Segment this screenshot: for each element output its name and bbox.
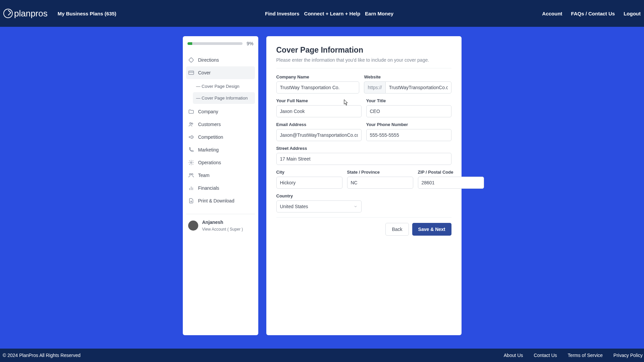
nav-customers[interactable]: Customers	[186, 118, 255, 131]
team-icon	[188, 172, 194, 178]
nav-competition[interactable]: Competition	[186, 131, 255, 143]
title-label: Your Title	[366, 98, 451, 103]
sub-cover-info[interactable]: — Cover Page Information	[193, 92, 255, 104]
back-button[interactable]: Back	[385, 223, 409, 236]
svg-rect-1	[189, 71, 194, 75]
cover-subnav: — Cover Page Design — Cover Page Informa…	[186, 80, 255, 104]
card-icon	[188, 70, 194, 76]
nav-label: Team	[198, 173, 210, 178]
fullname-label: Your Full Name	[276, 98, 362, 103]
faqs-link[interactable]: FAQs / Contact Us	[571, 11, 615, 16]
nav-company[interactable]: Company	[186, 105, 255, 118]
sub-cover-design[interactable]: — Cover Page Design	[193, 80, 255, 92]
title-input[interactable]	[366, 105, 451, 117]
city-label: City	[276, 170, 342, 175]
zip-input[interactable]	[418, 177, 484, 189]
nav-label: Competition	[198, 134, 223, 140]
main: 9% Directions Cover — Cover Page Design …	[0, 27, 644, 349]
svg-point-4	[192, 123, 193, 124]
progress-text: 9%	[247, 41, 253, 46]
user-name: Anjanesh	[202, 220, 243, 225]
website-label: Website	[364, 74, 451, 79]
svg-point-9	[189, 174, 191, 175]
nav-label: Financials	[198, 185, 219, 191]
copyright: © 2024 PlanPros All Rights Reserved	[3, 353, 80, 358]
zip-label: ZIP / Postal Code	[418, 170, 484, 175]
header-right: Account FAQs / Contact Us Logout	[542, 11, 641, 16]
brand-text: planpros	[14, 8, 48, 19]
nav-label: Cover	[198, 70, 211, 75]
progress-fill	[187, 42, 193, 45]
phone-label: Your Phone Number	[366, 122, 451, 127]
sidebar: 9% Directions Cover — Cover Page Design …	[183, 36, 258, 335]
my-plans-link[interactable]: My Business Plans (635)	[58, 11, 116, 16]
phone-icon	[188, 147, 194, 153]
svg-point-10	[191, 174, 193, 175]
nav-label: Company	[198, 109, 218, 114]
avatar	[188, 221, 198, 231]
company-name-input[interactable]	[276, 81, 360, 94]
nav-label: Operations	[198, 160, 221, 165]
nav-label: Print & Download	[198, 198, 234, 203]
earn-money-link[interactable]: Earn Money	[365, 11, 393, 16]
folder-icon	[188, 109, 194, 115]
content-panel: Cover Page Information Please enter the …	[266, 36, 462, 335]
website-input[interactable]	[385, 81, 451, 94]
progress-bar	[187, 42, 243, 45]
megaphone-icon	[188, 134, 194, 140]
find-investors-link[interactable]: Find Investors	[265, 11, 300, 16]
street-input[interactable]	[276, 153, 451, 165]
view-account-link[interactable]: View Account ( Super )	[202, 227, 243, 232]
phone-input[interactable]	[366, 129, 451, 141]
fullname-input[interactable]	[276, 105, 362, 117]
nav-label: Directions	[198, 57, 219, 63]
nav-print[interactable]: Print & Download	[186, 194, 255, 207]
header: planpros My Business Plans (635) Find In…	[0, 0, 644, 27]
page-title: Cover Page Information	[276, 46, 451, 55]
terms-link[interactable]: Terms of Service	[568, 353, 603, 358]
nav-label: Customers	[198, 122, 221, 127]
state-input[interactable]	[347, 177, 413, 189]
svg-point-3	[190, 123, 191, 124]
footer: © 2024 PlanPros All Rights Reserved Abou…	[0, 349, 644, 362]
connect-link[interactable]: Connect + Learn + Help	[304, 11, 361, 16]
nav-team[interactable]: Team	[186, 169, 255, 182]
download-icon	[188, 198, 194, 204]
city-input[interactable]	[276, 177, 342, 189]
nav-marketing[interactable]: Marketing	[186, 143, 255, 156]
nav-label: Marketing	[198, 147, 219, 153]
user-info: Anjanesh View Account ( Super )	[202, 220, 243, 232]
logo[interactable]: planpros	[3, 8, 48, 19]
website-prefix: https://	[364, 81, 385, 94]
about-link[interactable]: About Us	[504, 353, 523, 358]
header-center: Find Investors Connect + Learn + Help Ea…	[116, 11, 542, 16]
state-label: State / Province	[347, 170, 413, 175]
gear-icon	[188, 160, 194, 166]
progress-row: 9%	[186, 41, 255, 46]
nav-directions[interactable]: Directions	[186, 54, 255, 66]
company-name-label: Company Name	[276, 74, 360, 79]
email-input[interactable]	[276, 129, 362, 141]
compass-icon	[188, 57, 194, 63]
svg-point-8	[190, 162, 192, 164]
users-icon	[188, 121, 194, 127]
privacy-link[interactable]: Privacy Policy	[613, 353, 643, 358]
footer-links: About Us Contact Us Terms of Service Pri…	[504, 353, 643, 358]
email-label: Email Address	[276, 122, 362, 127]
nav-financials[interactable]: Financials	[186, 182, 255, 194]
svg-rect-0	[189, 58, 194, 63]
save-next-button[interactable]: Save & Next	[412, 223, 451, 236]
logout-link[interactable]: Logout	[624, 11, 641, 16]
street-label: Street Address	[276, 146, 451, 151]
country-label: Country	[276, 193, 362, 198]
account-link[interactable]: Account	[542, 11, 562, 16]
nav-cover[interactable]: Cover	[186, 66, 255, 79]
contact-link[interactable]: Contact Us	[534, 353, 557, 358]
logo-icon	[3, 9, 13, 18]
nav-operations[interactable]: Operations	[186, 156, 255, 169]
button-row: Back Save & Next	[276, 217, 451, 236]
page-subtitle: Please enter the information that you'd …	[276, 57, 451, 68]
country-select[interactable]	[276, 200, 362, 213]
user-row: Anjanesh View Account ( Super )	[186, 214, 255, 233]
chart-icon	[188, 185, 194, 191]
